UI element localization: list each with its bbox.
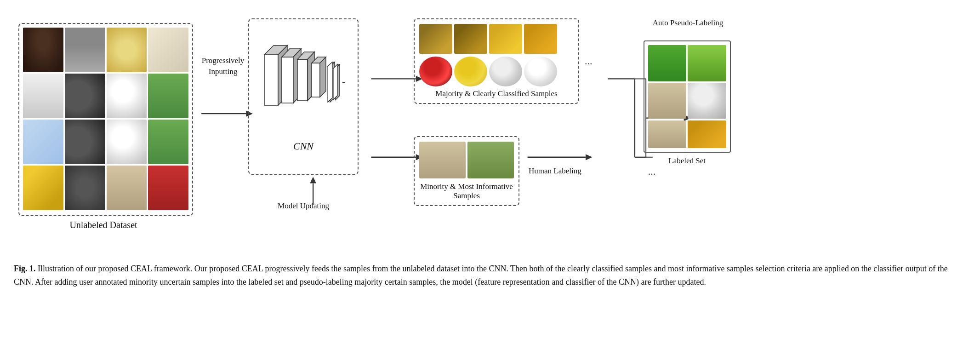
labeled-sample-img xyxy=(648,45,687,81)
figure-caption: Fig. 1. Illustration of our proposed CEA… xyxy=(14,262,966,289)
majority-sample-img xyxy=(419,24,452,54)
svg-rect-20 xyxy=(264,55,278,105)
sample-image xyxy=(148,120,188,164)
labeled-set-label: Labeled Set xyxy=(668,156,706,166)
majority-samples-box: Majority & Clearly Classified Samples xyxy=(414,18,579,104)
model-updating-area: Model Updating xyxy=(278,178,329,211)
labeled-set-box xyxy=(644,40,731,153)
sample-image xyxy=(148,166,188,210)
cnn-blocks-svg xyxy=(260,41,347,133)
minority-sample-img xyxy=(419,142,466,178)
majority-section: Majority & Clearly Classified Samples ..… xyxy=(414,18,607,104)
majority-sample-img xyxy=(454,57,487,86)
sample-image xyxy=(107,28,147,72)
model-updating-label: Model Updating xyxy=(278,201,329,211)
sample-image xyxy=(23,166,63,210)
majority-sample-img xyxy=(524,24,557,54)
svg-marker-38 xyxy=(333,64,337,100)
labeled-sample-img xyxy=(688,83,726,119)
sample-image xyxy=(107,74,147,118)
majority-sample-img xyxy=(419,57,452,86)
labeled-sample-img xyxy=(688,45,726,81)
svg-rect-23 xyxy=(282,57,293,103)
auto-pseudo-labeling-label: Auto Pseudo-Labeling xyxy=(653,18,723,28)
sample-image xyxy=(148,28,188,72)
labeled-sample-img xyxy=(688,120,726,148)
sample-image xyxy=(65,74,105,118)
unlabeled-dataset-box xyxy=(18,23,193,216)
sample-image xyxy=(148,74,188,118)
minority-label: Minority & Most Informative Samples xyxy=(419,182,514,201)
caption-text: Illustration of our proposed CEAL framew… xyxy=(14,264,948,287)
majority-sample-img xyxy=(454,24,487,54)
sample-image xyxy=(65,28,105,72)
sample-image xyxy=(23,120,63,164)
unlabeled-dataset-label: Unlabeled Dataset xyxy=(69,220,137,230)
svg-rect-26 xyxy=(297,59,308,101)
minority-sample-img xyxy=(467,142,514,178)
sample-image xyxy=(65,166,105,210)
minority-samples-box: Minority & Most Informative Samples xyxy=(414,136,519,206)
svg-marker-31 xyxy=(320,57,326,97)
cnn-box: CNN xyxy=(248,18,359,175)
majority-sample-img xyxy=(489,57,522,86)
sample-image xyxy=(23,28,63,72)
ellipsis-labeled: ... xyxy=(648,166,656,178)
labeled-sample-img xyxy=(648,120,687,148)
svg-rect-29 xyxy=(312,63,320,97)
majority-sample-img xyxy=(524,57,557,86)
majority-label: Majority & Clearly Classified Samples xyxy=(419,89,574,98)
minority-section: Minority & Most Informative Samples Huma… xyxy=(414,136,607,206)
labeled-sample-img xyxy=(648,83,687,119)
cnn-label: CNN xyxy=(293,140,313,152)
human-labeling-label: Human Labeling xyxy=(529,166,581,176)
sample-image xyxy=(23,74,63,118)
sample-image xyxy=(107,166,147,210)
svg-marker-34 xyxy=(328,62,332,102)
progressively-inputting-label: Progressively Inputting xyxy=(202,55,245,77)
ellipsis-majority: ... xyxy=(585,55,593,67)
majority-sample-img xyxy=(489,24,522,54)
sample-image xyxy=(107,120,147,164)
sample-image xyxy=(65,120,105,164)
fig-number: Fig. 1. xyxy=(14,264,36,273)
